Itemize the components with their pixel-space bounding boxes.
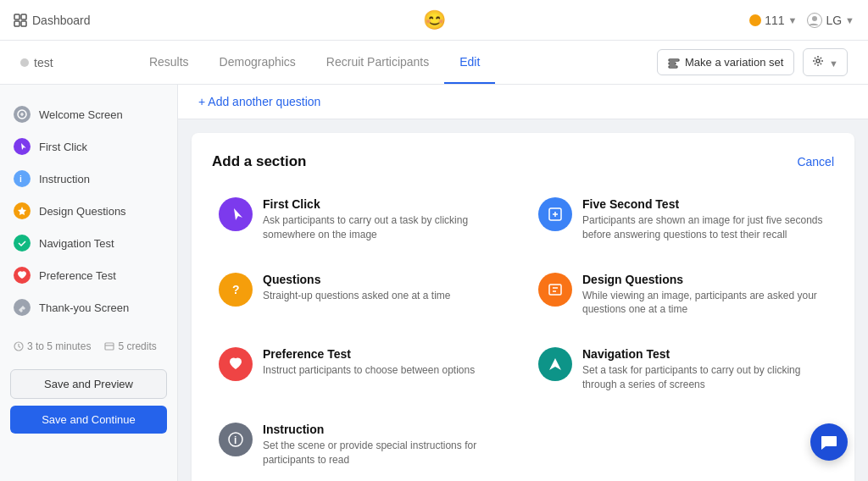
sidebar-buttons: Save and Preview Save and Continue — [0, 362, 177, 440]
sidebar-meta: 3 to 5 minutes 5 credits — [0, 330, 177, 362]
sidebar-item-first-click[interactable]: First Click — [0, 130, 177, 163]
coin-icon — [749, 14, 761, 26]
instruction-option-text: Instruction Set the scene or provide spe… — [263, 423, 508, 467]
cancel-button[interactable]: Cancel — [797, 155, 834, 169]
user-badge[interactable]: LG ▼ — [807, 13, 854, 28]
design-questions-option-text: Design Questions While viewing an image,… — [582, 273, 827, 318]
tab-recruit[interactable]: Recruit Participants — [311, 41, 444, 84]
option-questions[interactable]: ? Questions Straight-up questions asked … — [212, 266, 515, 324]
chat-button[interactable] — [810, 423, 848, 461]
welcome-icon — [14, 106, 31, 123]
user-initials: LG — [826, 14, 842, 27]
sidebar-item-welcome-label: Welcome Screen — [39, 108, 123, 121]
questions-option-desc: Straight-up questions asked one at a tim… — [263, 289, 450, 303]
five-second-option-icon — [538, 197, 572, 231]
instruction-option-label: Instruction — [263, 423, 508, 436]
navigation-test-option-desc: Set a task for participants to carry out… — [582, 363, 827, 392]
first-click-option-desc: Ask participants to carry out a task by … — [263, 213, 508, 242]
logo-emoji: 😊 — [423, 9, 446, 30]
project-dot — [20, 58, 29, 67]
sidebar-item-instruction-label: Instruction — [39, 173, 90, 185]
design-questions-option-icon — [538, 273, 572, 307]
settings-button[interactable]: ▼ — [803, 48, 848, 76]
sidebar-item-navigation-test-label: Navigation Test — [39, 237, 114, 250]
coin-dropdown-icon[interactable]: ▼ — [788, 15, 798, 25]
preference-test-option-text: Preference Test Instruct participants to… — [263, 347, 475, 378]
svg-text:i: i — [19, 174, 22, 184]
option-design-questions[interactable]: Design Questions While viewing an image,… — [531, 266, 834, 324]
sidebar-item-thankyou-label: Thank-you Screen — [39, 301, 129, 314]
sidebar-item-preference-test-label: Preference Test — [39, 269, 116, 282]
navigation-test-option-label: Navigation Test — [582, 347, 827, 361]
main-layout: Welcome Screen First Click i Instruction… — [0, 85, 868, 481]
sidebar-item-preference-test[interactable]: Preference Test — [0, 259, 177, 291]
svg-rect-6 — [669, 59, 679, 61]
first-click-option-label: First Click — [263, 197, 508, 211]
design-questions-option-label: Design Questions — [582, 273, 827, 286]
navigation-test-option-icon — [538, 347, 572, 381]
tab-edit[interactable]: Edit — [444, 41, 495, 84]
tab-results[interactable]: Results — [134, 41, 204, 84]
svg-point-9 — [816, 59, 820, 63]
questions-option-icon: ? — [219, 273, 253, 307]
svg-rect-17 — [549, 285, 561, 295]
svg-rect-0 — [14, 14, 19, 19]
first-click-option-icon — [219, 197, 253, 231]
options-grid: First Click Ask participants to carry ou… — [212, 191, 834, 473]
dashboard-link[interactable]: Dashboard — [14, 14, 91, 27]
questions-option-text: Questions Straight-up questions asked on… — [263, 273, 450, 303]
option-instruction[interactable]: i Instruction Set the scene or provide s… — [212, 416, 515, 474]
option-five-second[interactable]: Five Second Test Participants are shown … — [531, 191, 834, 249]
make-variation-button[interactable]: Make a variation set — [657, 49, 794, 75]
svg-text:i: i — [234, 434, 236, 446]
instruction-option-icon: i — [219, 423, 253, 456]
sidebar-item-instruction[interactable]: i Instruction — [0, 163, 177, 195]
design-questions-option-desc: While viewing an image, participants are… — [582, 289, 827, 318]
save-preview-button[interactable]: Save and Preview — [10, 369, 167, 399]
option-first-click[interactable]: First Click Ask participants to carry ou… — [212, 191, 515, 249]
variation-btn-label: Make a variation set — [685, 56, 783, 69]
navigation-test-option-text: Navigation Test Set a task for participa… — [582, 347, 827, 392]
add-question-link[interactable]: + Add another question — [198, 95, 320, 108]
svg-text:?: ? — [232, 283, 240, 296]
save-continue-button[interactable]: Save and Continue — [10, 406, 167, 434]
questions-option-label: Questions — [263, 273, 450, 286]
svg-rect-7 — [669, 63, 676, 64]
option-preference-test[interactable]: Preference Test Instruct participants to… — [212, 340, 515, 399]
sidebar-item-thankyou[interactable]: Thank-you Screen — [0, 291, 177, 323]
sidebar: Welcome Screen First Click i Instruction… — [0, 85, 178, 481]
five-second-option-label: Five Second Test — [582, 197, 827, 211]
sub-nav-tabs: Results Demographics Recruit Participant… — [134, 41, 495, 84]
preference-test-option-label: Preference Test — [263, 347, 475, 361]
top-nav-right: 111 ▼ LG ▼ — [749, 13, 854, 28]
five-second-option-text: Five Second Test Participants are shown … — [582, 197, 827, 242]
coin-count: 111 — [765, 14, 784, 27]
instruction-icon: i — [14, 170, 31, 187]
coin-badge[interactable]: 111 ▼ — [749, 14, 797, 27]
instruction-option-desc: Set the scene or provide special instruc… — [263, 439, 508, 467]
thankyou-icon — [14, 299, 31, 316]
gear-dropdown-icon: ▼ — [829, 58, 838, 69]
dashboard-label: Dashboard — [32, 14, 91, 27]
svg-rect-2 — [14, 21, 19, 26]
credits-label: 5 credits — [118, 340, 156, 352]
preference-test-option-icon — [219, 347, 253, 381]
sidebar-item-navigation-test[interactable]: Navigation Test — [0, 227, 177, 259]
user-dropdown-icon[interactable]: ▼ — [845, 15, 854, 25]
sidebar-item-welcome[interactable]: Welcome Screen — [0, 98, 177, 130]
time-meta: 3 to 5 minutes — [14, 340, 91, 352]
add-question-bar: + Add another question — [178, 85, 868, 119]
tab-demographics[interactable]: Demographics — [204, 41, 311, 84]
main-content: + Add another question Add a section Can… — [178, 85, 868, 481]
project-title-area: test — [20, 56, 53, 69]
top-nav: Dashboard 😊 111 ▼ LG ▼ — [0, 0, 868, 41]
five-second-option-desc: Participants are shown an image for just… — [582, 213, 827, 242]
svg-point-5 — [812, 16, 817, 21]
preference-test-option-desc: Instruct participants to choose between … — [263, 363, 475, 378]
sidebar-item-first-click-label: First Click — [39, 141, 87, 153]
svg-marker-12 — [18, 207, 26, 215]
sidebar-item-design-questions[interactable]: Design Questions — [0, 195, 177, 227]
first-click-icon — [14, 138, 31, 155]
option-navigation-test[interactable]: Navigation Test Set a task for participa… — [531, 340, 834, 399]
navigation-test-icon — [14, 235, 31, 252]
